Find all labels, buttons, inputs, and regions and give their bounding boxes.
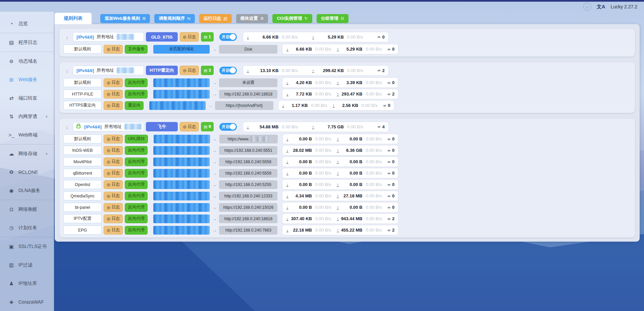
rule-type-tag[interactable]: 反向代理 [125, 169, 148, 178]
group-tag-button[interactable]: OLD_6755 [146, 32, 178, 42]
rule-type-tag[interactable]: 文件服务 [125, 45, 148, 54]
log-tag-button[interactable]: ◎ 日志 [104, 90, 123, 99]
rule-name-button[interactable]: 默认规则 [63, 134, 102, 143]
frontend-domain[interactable] [153, 180, 210, 189]
sidebar-item-ssl-cert[interactable]: ▣ SSL/TLS证书 [0, 237, 54, 256]
listen-address-box[interactable]: [IPv4&6] 所有地址 [73, 32, 144, 42]
log-tag-button[interactable]: ◎ 日志 [104, 192, 123, 200]
sidebar-item-coraza-waf[interactable]: ◈ CorazaWAF [0, 293, 54, 311]
rule-name-button[interactable]: qBittorrent [63, 169, 102, 178]
rule-type-tag[interactable]: 反向代理 [125, 90, 148, 99]
sidebar-item-ip-library[interactable]: ♟ IP地址库 [0, 274, 54, 293]
rule-type-tag[interactable]: 反向代理 [125, 78, 148, 87]
log-tag-button[interactable]: ◎ 日志 [104, 169, 123, 178]
sidebar-item-port-forward[interactable]: ⇄ 端口转发 [0, 89, 54, 107]
frontend-domain[interactable] [153, 192, 210, 200]
log-tag-button[interactable]: ◎ 日志 [104, 226, 123, 235]
sidebar-item-ip-filter[interactable]: ▥ IP过滤 [0, 256, 54, 274]
rule-name-button[interactable]: HTTPS重定向 [63, 101, 102, 110]
reorder-rules-button[interactable]: 调整规则顺序 ⇆ [154, 14, 195, 23]
log-tag-button[interactable]: ◎ 日志 [104, 45, 123, 54]
sidebar-item-ddns[interactable]: ⊚ 动态域名 [0, 52, 54, 70]
frontend-domain[interactable] [153, 169, 210, 178]
rule-type-tag[interactable]: 反向代理 [125, 146, 148, 155]
log-tag-button[interactable]: ◎ 日志 [104, 101, 123, 110]
frontend-domain[interactable] [153, 226, 210, 235]
backend-target[interactable]: http://192.168.0.240:18818 [219, 214, 277, 223]
frontend-domain[interactable] [154, 135, 210, 143]
rule-type-tag[interactable]: 反向代理 [125, 158, 148, 166]
run-log-button[interactable]: 运行日志 ▤ [199, 14, 231, 23]
collapse-arrow-icon[interactable]: ↓ [63, 124, 71, 130]
log-tag-button[interactable]: ◎ 日志 [104, 146, 123, 155]
sidebar-item-overview[interactable]: ◔ 总览 [0, 14, 54, 33]
backend-target[interactable]: http://192.168.0.240:7863 [219, 226, 277, 235]
backend-target[interactable]: https://192.168.0.240:5551 [219, 146, 277, 155]
rule-name-button[interactable]: bt-panel [63, 203, 102, 212]
sidebar-item-web-service[interactable]: ⊞ Web服务 [0, 70, 54, 89]
log-tag-button[interactable]: ◎ 日志 [104, 214, 123, 223]
backend-target[interactable]: http://192.168.0.240:5255 [219, 180, 277, 189]
frontend-domain[interactable] [153, 146, 210, 155]
group-manage-button[interactable]: 分组管理 ⊟ [317, 14, 348, 23]
frontend-domain[interactable]: 未匹配的域名 [153, 45, 210, 54]
add-rule-button[interactable]: 添加Web服务规则 ⊞ [100, 14, 150, 23]
sidebar-item-network-storage[interactable]: ☁ 网络存储 ∨ [0, 144, 54, 163]
group-tag-button[interactable]: 飞牛 [146, 122, 178, 131]
rule-name-button[interactable]: fnOS-WEB [63, 146, 102, 155]
enable-toggle[interactable]: 开启 [219, 67, 237, 74]
enable-toggle[interactable]: 开启 [219, 123, 237, 131]
frontend-domain[interactable] [153, 158, 210, 166]
sidebar-item-nat-traversal[interactable]: ⇅ 内网穿透 ∨ [0, 107, 54, 126]
rule-name-button[interactable]: 默认规则 [63, 45, 102, 54]
backend-target[interactable]: 未设置 [219, 78, 277, 87]
backend-target[interactable]: http://192.168.0.240:5558 [219, 158, 277, 166]
rule-type-tag[interactable]: URL跳转 [125, 135, 148, 143]
backend-target[interactable]: http://192.168.0.240:18818 [219, 90, 277, 99]
rule-count-badge[interactable]: ▤ 9 [201, 122, 213, 131]
brightness-toggle-button[interactable]: ☼ [583, 3, 591, 11]
rule-count-badge[interactable]: ▤ 3 [201, 66, 213, 75]
rule-name-button[interactable]: HTTP-FILE [63, 89, 102, 99]
frontend-domain[interactable] [153, 90, 210, 99]
collapse-arrow-icon[interactable]: ↓ [63, 68, 71, 73]
rule-type-tag[interactable]: 反向代理 [125, 192, 148, 200]
listen-address-box[interactable]: [IPv4&6] 所有地址 [73, 66, 144, 75]
sidebar-item-program-logs[interactable]: ▤ 程序日志 [0, 33, 54, 52]
module-settings-button[interactable]: 模块设置 ⚙ [236, 14, 268, 23]
backend-target[interactable]: https://{hostAndPort} [215, 101, 273, 110]
rule-name-button[interactable]: IPTV配置 [63, 214, 102, 223]
rule-name-button[interactable]: Openlist [63, 180, 102, 189]
log-tag-button[interactable]: ◎ 日志 [104, 180, 123, 189]
listen-address-box[interactable]: [IPv4&6] 所有地址 [73, 122, 144, 131]
frontend-domain[interactable] [149, 101, 206, 110]
group-tag-button[interactable]: HTTP重定向 [146, 66, 178, 75]
rule-type-tag[interactable]: 重定向 [125, 101, 144, 110]
rule-type-tag[interactable]: 反向代理 [125, 214, 148, 223]
sidebar-item-web-terminal[interactable]: >_ Web终端 [0, 126, 54, 144]
log-tag-button[interactable]: ◎ 日志 [104, 78, 123, 87]
frontend-domain[interactable] [153, 203, 210, 212]
rule-count-badge[interactable]: ▤ 1 [201, 32, 213, 42]
backend-target[interactable]: https://192.168.0.240:15026 [219, 203, 277, 212]
rule-type-tag[interactable]: 反向代理 [125, 226, 148, 235]
sidebar-item-wake-on-lan[interactable]: Ω 网络唤醒 [0, 200, 54, 219]
frontend-domain[interactable] [153, 78, 210, 87]
rule-name-button[interactable]: 默认规则 [63, 78, 102, 87]
enable-toggle[interactable]: 开启 [219, 33, 237, 41]
sidebar-item-rclone[interactable]: ♻ RCLONE [0, 163, 54, 181]
backend-target[interactable]: Disk [219, 45, 277, 54]
backend-target[interactable]: http://192.168.0.240:12333 [219, 192, 277, 200]
collapse-arrow-icon[interactable]: ↓ [63, 34, 71, 40]
tab-rule-list[interactable]: 规则列表 [55, 13, 92, 24]
rule-name-button[interactable]: MovitPilot [63, 157, 102, 166]
backend-target[interactable]: http://192.168.0.240:5559 [219, 169, 277, 178]
log-tag-button[interactable]: ◎ 日志 [104, 158, 123, 166]
log-tag-button[interactable]: ◎ 日志 [180, 66, 199, 75]
log-tag-button[interactable]: ◎ 日志 [104, 135, 123, 143]
sidebar-item-scheduled-tasks[interactable]: ◷ 计划任务 [0, 219, 54, 237]
log-tag-button[interactable]: ◎ 日志 [104, 203, 123, 212]
frontend-domain[interactable] [153, 214, 210, 223]
rule-type-tag[interactable]: 反向代理 [125, 203, 148, 212]
rule-name-button[interactable]: EPG [63, 226, 102, 235]
